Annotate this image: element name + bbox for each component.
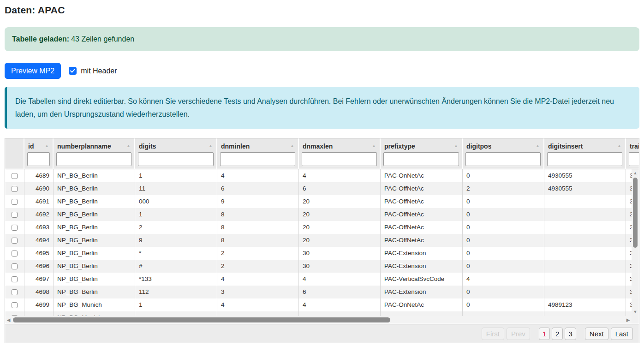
cell-digits[interactable]: 1	[135, 169, 217, 182]
cell-id[interactable]: 4698	[24, 286, 54, 298]
cell-digitpos[interactable]: 0	[463, 195, 544, 208]
vertical-scrollbar[interactable]: ▲ ▼	[632, 169, 639, 316]
cell-digits[interactable]: *	[135, 247, 217, 260]
filter-input-numberplanname[interactable]	[56, 152, 131, 166]
column-header-digitsinsert[interactable]: digitsinsert▲	[544, 138, 626, 169]
cell-id[interactable]: 4694	[24, 234, 54, 247]
cell-digitpos[interactable]: 0	[463, 286, 544, 298]
cell-digits[interactable]: 2	[135, 221, 217, 234]
cell-numberplanname[interactable]: NP_BG_Munich	[54, 298, 135, 311]
cell-dnmaxlen[interactable]: 4	[299, 298, 381, 311]
cell-dnmaxlen[interactable]: 20	[299, 234, 381, 247]
cell-dnminlen[interactable]	[217, 311, 299, 316]
cell-numberplanname[interactable]: NP_BG_Berlin	[54, 260, 135, 273]
column-header-dnminlen[interactable]: dnminlen▲	[217, 138, 299, 169]
cell-digitsinsert[interactable]	[544, 273, 626, 286]
cell-trai[interactable]: 3	[626, 234, 632, 247]
horizontal-scrollbar-thumb[interactable]	[13, 317, 390, 322]
cell-digitpos[interactable]: 0	[463, 208, 544, 221]
column-header-numberplanname[interactable]: numberplanname▲	[54, 138, 135, 169]
filter-input-dnminlen[interactable]	[220, 152, 295, 166]
cell-dnmaxlen[interactable]	[299, 311, 381, 316]
cell-trai[interactable]: 3	[626, 195, 632, 208]
cell-digits[interactable]: #	[135, 260, 217, 273]
cell-digitpos[interactable]: 0	[463, 298, 544, 311]
cell-digitpos[interactable]: 0	[463, 247, 544, 260]
filter-input-prefixtype[interactable]	[383, 152, 459, 166]
cell-digits[interactable]: 000	[135, 195, 217, 208]
column-header-digitpos[interactable]: digitpos▲	[463, 138, 544, 169]
row-checkbox[interactable]	[12, 225, 18, 231]
cell-dnmaxlen[interactable]: 30	[299, 247, 381, 260]
cell-id[interactable]: 4691	[24, 195, 54, 208]
cell-dnminlen[interactable]: 8	[217, 208, 299, 221]
cell-prefixtype[interactable]: PAC-Extension	[381, 247, 463, 260]
row-checkbox[interactable]	[12, 302, 18, 308]
cell-dnmaxlen[interactable]: 20	[299, 195, 381, 208]
cell-prefixtype[interactable]: PAC-Extension	[381, 286, 463, 298]
cell-dnmaxlen[interactable]: 6	[299, 286, 381, 298]
cell-digitpos[interactable]: 0	[463, 169, 544, 182]
cell-dnminlen[interactable]: 9	[217, 195, 299, 208]
scroll-up-icon[interactable]: ▲	[633, 169, 638, 177]
pagination-page-2-button[interactable]: 2	[552, 328, 563, 340]
cell-prefixtype[interactable]: PAC-OffNetAc	[381, 221, 463, 234]
scroll-right-icon[interactable]: ▶	[625, 318, 632, 322]
cell-prefixtype[interactable]: PAC-OnNetAc	[381, 169, 463, 182]
cell-numberplanname[interactable]: NP_BG_Berlin	[54, 208, 135, 221]
cell-dnmaxlen[interactable]: 30	[299, 260, 381, 273]
pagination-prev-button[interactable]: Prev	[507, 328, 530, 340]
cell-dnminlen[interactable]: 4	[217, 169, 299, 182]
cell-dnminlen[interactable]: 4	[217, 273, 299, 286]
cell-digitpos[interactable]: 0	[463, 221, 544, 234]
cell-id[interactable]: 4692	[24, 208, 54, 221]
cell-trai[interactable]: 3	[626, 273, 632, 286]
row-checkbox[interactable]	[12, 263, 18, 269]
cell-numberplanname[interactable]: NP_BG_Berlin	[54, 221, 135, 234]
cell-prefixtype[interactable]: PAC-OffNetAc	[381, 234, 463, 247]
cell-digits[interactable]: 1	[135, 208, 217, 221]
cell-digits[interactable]: 11	[135, 182, 217, 195]
cell-numberplanname[interactable]: NP_BG_Munich	[54, 311, 135, 316]
cell-trai[interactable]: 3	[626, 247, 632, 260]
cell-prefixtype[interactable]: PAC-OnNetAc	[381, 298, 463, 311]
row-checkbox[interactable]	[12, 212, 18, 218]
cell-prefixtype[interactable]: PAC-OffNetAc	[381, 208, 463, 221]
cell-dnminlen[interactable]: 4	[217, 298, 299, 311]
cell-numberplanname[interactable]: NP_BG_Berlin	[54, 286, 135, 298]
cell-digitsinsert[interactable]	[544, 311, 626, 316]
pagination-first-button[interactable]: First	[482, 328, 504, 340]
cell-dnminlen[interactable]: 8	[217, 221, 299, 234]
cell-trai[interactable]: 3	[626, 221, 632, 234]
cell-numberplanname[interactable]: NP_BG_Berlin	[54, 273, 135, 286]
cell-digitsinsert[interactable]	[544, 208, 626, 221]
cell-digitsinsert[interactable]: 4930555	[544, 169, 626, 182]
cell-prefixtype[interactable]: PAC-Extension	[381, 260, 463, 273]
filter-input-id[interactable]	[27, 152, 50, 166]
pagination-last-button[interactable]: Last	[611, 328, 633, 340]
cell-trai[interactable]	[626, 311, 632, 316]
cell-dnminlen[interactable]: 6	[217, 182, 299, 195]
cell-digitpos[interactable]	[463, 311, 544, 316]
column-header-dnmaxlen[interactable]: dnmaxlen▲	[299, 138, 381, 169]
row-checkbox[interactable]	[12, 186, 18, 192]
cell-digitsinsert[interactable]	[544, 195, 626, 208]
cell-numberplanname[interactable]: NP_BG_Berlin	[54, 169, 135, 182]
cell-prefixtype[interactable]: PAC-OffNetAc	[381, 182, 463, 195]
column-header-id[interactable]: id▲	[24, 138, 54, 169]
cell-numberplanname[interactable]: NP_BG_Berlin	[54, 247, 135, 260]
cell-digits[interactable]	[135, 311, 217, 316]
cell-id[interactable]: 4695	[24, 247, 54, 260]
scroll-down-icon[interactable]: ▼	[633, 308, 638, 316]
cell-digitpos[interactable]: 2	[463, 182, 544, 195]
row-checkbox[interactable]	[12, 199, 18, 205]
cell-dnminlen[interactable]: 3	[217, 286, 299, 298]
horizontal-scrollbar[interactable]: ◀ ▶	[5, 316, 639, 324]
cell-dnminlen[interactable]: 2	[217, 247, 299, 260]
cell-id[interactable]: 4693	[24, 221, 54, 234]
cell-id[interactable]: 4699	[24, 298, 54, 311]
cell-digitsinsert[interactable]	[544, 286, 626, 298]
cell-digitsinsert[interactable]	[544, 260, 626, 273]
cell-digitsinsert[interactable]	[544, 221, 626, 234]
cell-digitsinsert[interactable]	[544, 247, 626, 260]
